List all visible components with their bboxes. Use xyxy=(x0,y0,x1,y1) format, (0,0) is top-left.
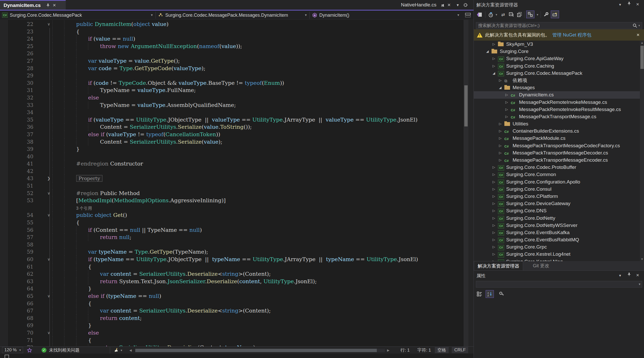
code-line-28[interactable]: 28var code = Type.GetTypeCode(valueType)… xyxy=(0,65,464,72)
code-line-62[interactable]: 62var content = SerializerUtilitys.Deser… xyxy=(0,270,464,278)
tree-item-surging-core-codec-messagepack[interactable]: ◢C#Surging.Core.Codec.MessagePack xyxy=(474,70,640,77)
tree-expand-icon[interactable]: ▷ xyxy=(491,251,496,258)
tree-item-surging-core-caching[interactable]: ▷C#Surging.Core.Caching xyxy=(474,62,640,70)
tree-expand-icon[interactable]: ▷ xyxy=(504,113,509,120)
scrollbar-thumb[interactable] xyxy=(640,46,644,69)
fold-collapse-icon[interactable]: ∨ xyxy=(46,21,52,28)
member-dropdown[interactable]: DynamicItem() xyxy=(312,11,349,20)
tree-expand-icon[interactable]: ▷ xyxy=(491,164,496,171)
codelens-row[interactable]: 3 个引用 xyxy=(0,204,464,212)
tree-item-messages[interactable]: ◢Messages xyxy=(474,84,640,91)
property-pages-wrench-icon[interactable] xyxy=(498,290,506,298)
tab-solution-explorer[interactable]: 解决方案资源管理器 xyxy=(474,261,523,270)
scroll-right-arrow-icon[interactable]: ▶ xyxy=(387,347,389,354)
tree-expand-icon[interactable]: ▷ xyxy=(491,258,496,261)
code-line-51[interactable]: 51 xyxy=(0,182,464,190)
preview-selected-items-icon[interactable] xyxy=(515,11,524,19)
tree-expand-icon[interactable]: ▷ xyxy=(491,186,496,193)
tree-item-skyapm-v3[interactable]: ▷SkyApm_V3 xyxy=(474,41,640,48)
tree-expand-icon[interactable]: ▷ xyxy=(498,142,503,149)
code-line-59[interactable]: 59var typeName = Type.GetType(TypeName); xyxy=(0,248,464,256)
tree-item-surging-core-eventbusrabbitmq[interactable]: ▷C#Surging.Core.EventBusRabbitMQ xyxy=(474,236,640,243)
document-well-options-gear-icon[interactable] xyxy=(463,3,468,7)
code-line-72[interactable]: 72return SerializerUtilitys.Deserialize(… xyxy=(0,344,464,346)
code-line-67[interactable]: 67var content = SerializerUtilitys.Deser… xyxy=(0,307,464,315)
scroll-left-arrow-icon[interactable]: ◀ xyxy=(129,347,132,354)
code-line-56[interactable]: 56if (Content == null || TypeName == nul… xyxy=(0,226,464,234)
status-column-number[interactable]: 字符: 1 xyxy=(417,347,431,354)
tab-git-changes[interactable]: Git 更改 xyxy=(533,261,549,270)
code-line-43[interactable]: 43❯Property xyxy=(0,175,464,182)
code-line-31[interactable]: 31TypeName = valueType.FullName; xyxy=(0,87,464,94)
tree-item-surging-core-kestrel-nlog[interactable]: ▷C#Surging.Core.Kestrel.Nlog xyxy=(474,258,640,261)
wrench-icon[interactable] xyxy=(542,11,550,19)
code-line-52[interactable]: 52∨#region Public Method xyxy=(0,190,464,197)
code-line-33[interactable]: 33TypeName = valueType.AssemblyQualified… xyxy=(0,102,464,109)
code-line-37[interactable]: 37else if (valueType != typeof(Cancellat… xyxy=(0,131,464,138)
tree-item-messagepackremoteinvokeresultmessage-cs[interactable]: ▷C#MessagePackRemoteInvokeResultMessage.… xyxy=(474,106,640,113)
code-line-42[interactable]: 42 xyxy=(0,168,464,175)
code-line-57[interactable]: 57return null; xyxy=(0,234,464,241)
scroll-up-arrow-icon[interactable]: ▲ xyxy=(640,41,644,44)
fold-collapse-icon[interactable]: ∨ xyxy=(46,256,52,263)
zoom-select[interactable]: 120 % ▾ xyxy=(2,347,23,353)
editor-vertical-scrollbar[interactable] xyxy=(464,20,468,346)
code-line-64[interactable]: 64} xyxy=(0,285,464,292)
tree-item-utilities[interactable]: ▷Utilities xyxy=(474,120,640,127)
tree-item-dynamicitem-cs[interactable]: ▷C#DynamicItem.cs xyxy=(474,91,640,98)
pending-changes-filter-icon[interactable] xyxy=(487,11,495,19)
chevron-down-icon[interactable]: ▾ xyxy=(494,11,498,19)
tree-item-surging-core-dotnetty[interactable]: ▷C#Surging.Core.DotNetty xyxy=(474,215,640,222)
code-line-40[interactable]: 40 xyxy=(0,153,464,160)
chevron-down-icon[interactable]: ▾ xyxy=(638,24,640,27)
code-line-71[interactable]: 71{ xyxy=(0,337,464,344)
status-indent-mode[interactable]: 空格 xyxy=(435,347,449,353)
code-line-70[interactable]: 70∨else xyxy=(0,329,464,337)
tree-item-surging-core-kestrel-log4net[interactable]: ▷C#Surging.Core.Kestrel.Log4net xyxy=(474,251,640,258)
code-line-36[interactable]: 36Content = SerializerUtilitys.Serialize… xyxy=(0,123,464,131)
tree-item-messagepacktransportmessage-cs[interactable]: ▷C#MessagePackTransportMessage.cs xyxy=(474,113,640,120)
code-line-69[interactable]: 69} xyxy=(0,322,464,329)
tree-expand-icon[interactable]: ▷ xyxy=(491,243,496,251)
code-line-41[interactable]: 41#endregion Constructor xyxy=(0,160,464,168)
code-line-61[interactable]: 61{ xyxy=(0,263,464,271)
tree-item-surging-core-dotnettywsserver[interactable]: ▷C#Surging.Core.DotNettyWSServer xyxy=(474,222,640,229)
tree-item-surging-core-apigateway[interactable]: ▷C#Surging.Core.ApiGateWay xyxy=(474,55,640,62)
code-line-38[interactable]: 38Content = SerializerUtilitys.Serialize… xyxy=(0,138,464,146)
tree-item-surging-core-grpc[interactable]: ▷C#Surging.Core.Grpc xyxy=(474,243,640,251)
chevron-down-icon[interactable]: ▾ xyxy=(121,348,122,352)
code-line-25[interactable]: 25throw new ArgumentNullException(nameof… xyxy=(0,43,464,50)
tree-expand-icon[interactable]: ▷ xyxy=(491,236,496,243)
tree-expand-icon[interactable]: ▷ xyxy=(491,41,496,48)
tree-expand-icon[interactable]: ▷ xyxy=(491,215,496,222)
refresh-icon[interactable]: ⇄ xyxy=(499,11,507,19)
tree-item-messagepackmodule-cs[interactable]: ▷C#MessagePackModule.cs xyxy=(474,135,640,142)
close-icon[interactable]: ✕ xyxy=(636,33,640,37)
tree-item-surging-core-configuration-apollo[interactable]: ▷C#Surging.Core.Configuration.Apollo xyxy=(474,178,640,186)
tab-nativehandle-preview[interactable]: NativeHandle.cs ✕ ▾ xyxy=(401,0,468,10)
pin-icon[interactable] xyxy=(627,2,631,5)
tree-expand-icon[interactable]: ▷ xyxy=(491,178,496,186)
editor-horizontal-scrollbar[interactable] xyxy=(135,349,385,352)
code-line-65[interactable]: 65∨else if (typeName == null) xyxy=(0,292,464,300)
tree-expand-icon[interactable]: ▷ xyxy=(498,127,503,135)
editor-extension-icon[interactable] xyxy=(27,347,32,354)
code-line-39[interactable]: 39} xyxy=(0,145,464,153)
tree-expand-icon[interactable]: ▷ xyxy=(504,91,509,98)
code-line-24[interactable]: 24if (value == null) xyxy=(0,35,464,43)
code-line-34[interactable]: 34 xyxy=(0,109,464,116)
codelens-references[interactable]: 3 个引用 xyxy=(76,206,92,210)
properties-object-combobox[interactable]: ▾ xyxy=(476,281,642,288)
switch-views-icon[interactable] xyxy=(475,11,484,19)
code-line-68[interactable]: 68return content; xyxy=(0,315,464,322)
show-all-files-icon[interactable] xyxy=(551,11,559,18)
chevron-down-icon[interactable]: ▾ xyxy=(457,13,459,17)
chevron-down-icon[interactable]: ▾ xyxy=(151,13,153,17)
tree-collapse-icon[interactable]: ◢ xyxy=(498,84,503,91)
code-line-54[interactable]: 54∨public object Get() xyxy=(0,212,464,219)
split-window-icon[interactable] xyxy=(465,13,471,18)
tree-expand-icon[interactable]: ▷ xyxy=(498,149,503,157)
search-icon[interactable] xyxy=(633,23,637,28)
fold-expand-icon[interactable]: ❯ xyxy=(46,175,52,182)
close-icon[interactable]: ✕ xyxy=(52,3,57,8)
